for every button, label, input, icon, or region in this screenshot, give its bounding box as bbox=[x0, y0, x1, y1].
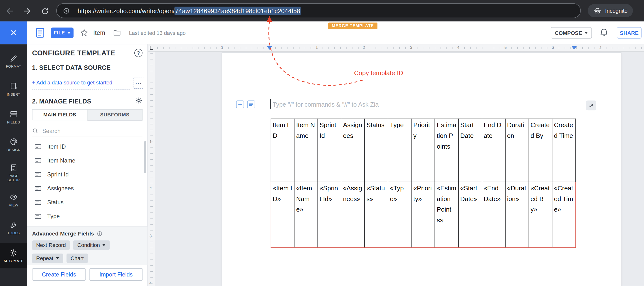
compose-button[interactable]: COMPOSE bbox=[551, 27, 592, 38]
star-icon bbox=[80, 28, 89, 37]
incognito-badge: Incognito bbox=[588, 4, 633, 17]
merge-field-cell[interactable]: «Estimation Points» bbox=[435, 182, 458, 248]
merge-field-cell[interactable]: «Priority» bbox=[412, 182, 435, 248]
merge-field-cell[interactable]: «Duration» bbox=[505, 182, 529, 248]
table-header-cell[interactable]: Item ID bbox=[271, 119, 294, 182]
document-outline-icon[interactable] bbox=[34, 27, 46, 38]
vertical-ruler: 1 2 3 4 bbox=[148, 52, 155, 286]
next-record-chip[interactable]: Next Record bbox=[32, 240, 70, 250]
merge-table[interactable]: Item ID Item Name Sprint Id Assignees St… bbox=[271, 119, 576, 248]
insert-icon bbox=[9, 82, 18, 90]
help-button[interactable]: ? bbox=[134, 49, 143, 57]
sidebar-item-view[interactable]: VIEW bbox=[0, 187, 27, 213]
field-search[interactable] bbox=[32, 125, 142, 137]
close-icon bbox=[10, 29, 18, 37]
add-data-source-link[interactable]: + Add a data source to get started bbox=[32, 79, 112, 86]
tab-main-fields[interactable]: MAIN FIELDS bbox=[32, 109, 88, 121]
table-header-cell[interactable]: Estimation Points bbox=[435, 119, 458, 182]
merge-field-cell[interactable]: «Created Time» bbox=[552, 182, 576, 248]
editor-placeholder[interactable]: Type "/" for commands & "//" to Ask Zia bbox=[273, 101, 379, 108]
table-header-cell[interactable]: Sprint Id bbox=[318, 119, 341, 182]
merge-field-cell[interactable]: «Status» bbox=[364, 182, 388, 248]
file-menu-button[interactable]: FILE bbox=[51, 27, 73, 38]
sidebar-item-format[interactable]: FORMAT bbox=[0, 48, 27, 74]
browser-toolbar: https://writer.zoho.com/writer/open/74aw… bbox=[0, 0, 644, 21]
search-input[interactable] bbox=[42, 127, 124, 134]
field-label: Sprint Id bbox=[47, 171, 69, 178]
table-header-cell[interactable]: Start Date bbox=[458, 119, 482, 182]
step2-title: 2. MANAGE FIELDS bbox=[32, 98, 91, 105]
table-header-cell[interactable]: End Date bbox=[482, 119, 505, 182]
condition-chip[interactable]: Condition bbox=[73, 240, 110, 250]
nav-label: VIEW bbox=[6, 203, 22, 207]
chip-label: Chart bbox=[70, 255, 84, 261]
merge-field-cell[interactable]: «Start Date» bbox=[458, 182, 482, 248]
left-indent-marker[interactable] bbox=[267, 46, 272, 49]
url-bar[interactable]: https://writer.zoho.com/writer/open/74aw… bbox=[56, 3, 581, 18]
table-header-cell[interactable]: Status bbox=[364, 119, 388, 182]
favorite-star-button[interactable] bbox=[80, 28, 89, 37]
block-format-button[interactable] bbox=[247, 101, 255, 108]
share-button[interactable]: SHARE bbox=[617, 27, 642, 38]
sidebar-item-page-setup[interactable]: PAGE SETUP bbox=[0, 158, 27, 187]
url-text[interactable]: https://writer.zoho.com/writer/open/74aw… bbox=[78, 7, 301, 14]
field-item-assignees[interactable]: Assignees bbox=[27, 181, 142, 195]
search-icon bbox=[32, 127, 38, 134]
import-fields-button[interactable]: Import Fields bbox=[89, 268, 143, 281]
table-header-cell[interactable]: Item Name bbox=[294, 119, 318, 182]
field-label: Item Name bbox=[47, 157, 75, 164]
sidebar-item-insert[interactable]: INSERT bbox=[0, 76, 27, 102]
document-title[interactable]: Item bbox=[93, 29, 105, 36]
merge-field-cell[interactable]: «End Date» bbox=[482, 182, 505, 248]
add-block-button[interactable] bbox=[236, 101, 244, 108]
field-item-sprint-id[interactable]: Sprint Id bbox=[27, 167, 142, 181]
advanced-merge-fields-section: Advanced Merge Fields Next RecordConditi… bbox=[27, 227, 148, 265]
document-page[interactable]: Type "/" for commands & "//" to Ask Zia … bbox=[222, 52, 622, 286]
tab-subforms[interactable]: SUBFORMS bbox=[88, 109, 142, 120]
ruler-number: 4 bbox=[148, 281, 153, 285]
table-header-cell[interactable]: Duration bbox=[505, 119, 529, 182]
info-icon[interactable] bbox=[96, 231, 102, 237]
browser-forward-button[interactable] bbox=[21, 6, 32, 16]
app-toolbar: FILE Item Last edited 13 days ago MERGE … bbox=[0, 21, 644, 44]
table-header-cell[interactable]: Priority bbox=[412, 119, 435, 182]
tab-stop-icon[interactable] bbox=[148, 45, 154, 51]
folder-move-button[interactable] bbox=[113, 29, 122, 37]
table-header-cell[interactable]: Created By bbox=[529, 119, 552, 182]
repeat-chip[interactable]: Repeat bbox=[32, 254, 63, 263]
sidebar-item-automate[interactable]: AUTOMATE bbox=[0, 243, 27, 268]
field-item-item-id[interactable]: Item ID bbox=[27, 140, 142, 154]
merge-field-cell[interactable]: «Created By» bbox=[529, 182, 552, 248]
field-item-type[interactable]: Type bbox=[27, 209, 142, 223]
ruler-corner bbox=[148, 44, 155, 52]
site-info-icon[interactable] bbox=[62, 7, 70, 15]
merge-field-cell[interactable]: «Assignees» bbox=[341, 182, 364, 248]
fit-width-button[interactable] bbox=[586, 101, 596, 110]
merge-field-cell[interactable]: «Item ID» bbox=[271, 182, 294, 248]
close-document-button[interactable] bbox=[0, 21, 27, 44]
table-header-cell[interactable]: Type bbox=[388, 119, 412, 182]
more-options-button[interactable]: ⋯ bbox=[133, 78, 144, 89]
merge-field-cell[interactable]: «Sprint Id» bbox=[318, 182, 341, 248]
merge-field-cell[interactable]: «Type» bbox=[388, 182, 412, 248]
browser-reload-button[interactable] bbox=[39, 6, 50, 16]
chart-chip[interactable]: Chart bbox=[66, 254, 88, 263]
fields-settings-button[interactable] bbox=[135, 97, 142, 104]
table-header-cell[interactable]: Assignees bbox=[341, 119, 364, 182]
automate-icon bbox=[9, 249, 18, 257]
sidebar-item-design[interactable]: DESIGN bbox=[0, 132, 27, 157]
table-header-cell[interactable]: Created Time bbox=[552, 119, 576, 182]
field-list-scrollbar[interactable] bbox=[144, 141, 146, 173]
right-indent-marker[interactable] bbox=[572, 46, 576, 49]
horizontal-ruler: 1 1 2 3 4 5 6 7 bbox=[155, 44, 644, 52]
field-item-item-name[interactable]: Item Name bbox=[27, 154, 142, 167]
merge-field-cell[interactable]: «Item Name» bbox=[294, 182, 318, 248]
sidebar-item-tools[interactable]: TOOLS bbox=[0, 215, 27, 240]
notifications-button[interactable] bbox=[599, 28, 609, 37]
sidebar-item-fields[interactable]: FIELDS bbox=[0, 104, 27, 130]
field-item-status[interactable]: Status bbox=[27, 195, 142, 209]
browser-back-button[interactable] bbox=[5, 6, 16, 16]
tools-icon bbox=[9, 221, 18, 229]
page-setup-icon bbox=[9, 164, 18, 172]
create-fields-button[interactable]: Create Fields bbox=[32, 268, 86, 281]
